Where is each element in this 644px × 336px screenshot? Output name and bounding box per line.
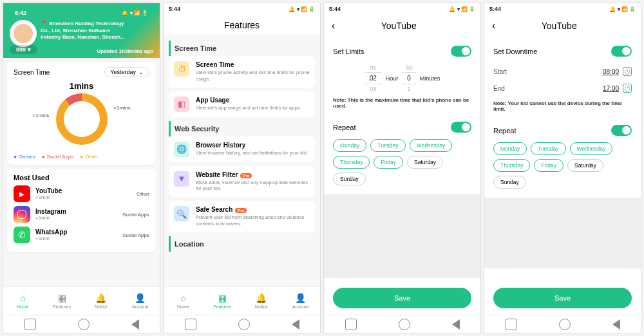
note: Note: This is the maximum time that kid'…	[333, 97, 471, 109]
user-icon: 👤	[295, 293, 306, 303]
days-selector: Monday Tuesday Wednesday Thursday Friday…	[493, 142, 632, 189]
most-used-card: Most Used YouTube<1min Other Instagram<1…	[7, 169, 156, 252]
note: Note: Your kid cannot use the device dur…	[493, 100, 632, 112]
feature-app-usage[interactable]: ◧ App UsageView kid's app usage and set …	[169, 91, 315, 117]
repeat-label: Repeat	[333, 124, 355, 131]
user-icon: 👤	[135, 293, 146, 303]
tab-account[interactable]: 👤Account	[281, 287, 320, 315]
feature-screen-time[interactable]: ⏱ Screen TimeView kid's phone activity a…	[169, 56, 315, 88]
whatsapp-icon	[14, 227, 30, 243]
save-button[interactable]: Save	[493, 288, 632, 308]
status-icons: 🔔 ▾ 📶 🔋	[122, 10, 148, 16]
chevron-down-icon: ⌄	[138, 69, 144, 75]
recents-button[interactable]	[185, 319, 196, 330]
day-pill[interactable]: Sunday	[333, 173, 366, 185]
section-location: Location	[169, 236, 315, 252]
android-nav	[3, 315, 160, 333]
home-button[interactable]	[78, 319, 90, 330]
day-pill[interactable]: Monday	[493, 142, 527, 155]
app-row[interactable]: YouTube<1min Other	[14, 185, 149, 202]
child-name-pill[interactable]: 899 ▾	[10, 45, 37, 54]
location-block[interactable]: 📍 Shenzhen Huiding Technology Co., Ltd, …	[41, 20, 125, 47]
recents-button[interactable]	[506, 319, 517, 330]
youtube-icon	[14, 185, 30, 202]
day-pill[interactable]: Monday	[333, 139, 366, 152]
end-row[interactable]: End 17:00	[493, 80, 632, 97]
screen-time-label: Screen Time	[14, 69, 50, 76]
set-limits-toggle[interactable]	[451, 46, 471, 57]
tab-notice[interactable]: 🔔Notice	[82, 287, 121, 315]
tab-home[interactable]: ⌂Home	[3, 287, 43, 315]
repeat-toggle[interactable]	[451, 122, 471, 133]
filter-icon: ▼	[174, 171, 189, 187]
day-pill[interactable]: Sunday	[493, 176, 526, 189]
app-row[interactable]: WhatsApp<1min Social Apps	[14, 227, 149, 243]
donut-chart	[56, 93, 108, 145]
features-screen: 5:44🔔 ▾ 📶 🔋 Features Screen Time ⏱ Scree…	[163, 3, 321, 333]
tab-notice[interactable]: 🔔Notice	[242, 287, 281, 315]
feature-website-filter[interactable]: ▼ Website FilterProBlock adult, violence…	[169, 166, 315, 198]
instagram-icon	[14, 206, 30, 223]
empty-area	[324, 194, 480, 278]
home-icon: ⌂	[180, 293, 185, 303]
day-pill[interactable]: Tuesday	[531, 142, 565, 155]
feature-safe-search[interactable]: 🔍 Safe SearchProPrevent your kid from se…	[169, 201, 315, 232]
tab-features[interactable]: ▦Features	[43, 287, 82, 315]
home-button[interactable]	[399, 319, 410, 330]
app-row[interactable]: Instagram<1min Social Apps	[14, 206, 149, 223]
total-time: 1mins	[14, 81, 149, 91]
day-pill[interactable]: Thursday	[493, 159, 530, 172]
repeat-label: Repeat	[493, 127, 516, 135]
home-button[interactable]	[559, 319, 571, 330]
save-button[interactable]: Save	[333, 288, 471, 308]
globe-icon: 🌐	[174, 142, 189, 157]
start-row[interactable]: Start 08:00	[493, 63, 632, 80]
status-bar: 6:42 🔔 ▾ 📶 🔋	[10, 7, 153, 19]
day-pill[interactable]: Friday	[534, 159, 564, 172]
recents-button[interactable]	[24, 319, 36, 330]
empty-area	[484, 198, 641, 268]
day-pill[interactable]: Thursday	[333, 156, 370, 169]
back-button[interactable]	[452, 319, 460, 330]
status-bar: 5:44🔔 ▾ 📶 🔋	[164, 3, 320, 15]
back-button[interactable]	[131, 319, 139, 330]
home-icon: ⌂	[20, 293, 25, 303]
time-picker[interactable]: 010203 Hour 5901 Minutes	[333, 64, 471, 92]
bell-icon: 🔔	[95, 293, 106, 303]
period-dropdown[interactable]: Yesterday⌄	[104, 67, 149, 77]
days-selector: Monday Tuesday Wednesday Thursday Friday…	[333, 139, 471, 185]
grid-icon: ▦	[218, 293, 227, 303]
day-pill[interactable]: Wednesday	[570, 142, 613, 155]
section-web-security: Web Security	[169, 121, 315, 136]
day-pill[interactable]: Tuesday	[370, 139, 405, 152]
tab-features[interactable]: ▦Features	[203, 287, 242, 315]
tab-account[interactable]: 👤Account	[120, 287, 160, 315]
feature-browser-history[interactable]: 🌐 Browser HistoryView browser history, a…	[169, 136, 315, 162]
day-pill[interactable]: Wednesday	[410, 139, 453, 152]
home-button[interactable]	[238, 319, 250, 330]
day-pill[interactable]: Saturday	[567, 159, 603, 172]
set-downtime-label: Set Downtime	[493, 48, 537, 55]
apps-icon: ◧	[174, 97, 189, 112]
back-button[interactable]	[292, 319, 299, 330]
bottom-tabs: ⌂Home ▦Features 🔔Notice 👤Account	[3, 286, 160, 315]
day-pill[interactable]: Saturday	[407, 156, 443, 169]
page-title: YouTube	[335, 21, 462, 31]
pro-badge: Pro	[235, 208, 247, 213]
home-screen: 6:42 🔔 ▾ 📶 🔋 📍 Shenzhen Huiding Technolo…	[3, 3, 160, 333]
back-button[interactable]	[612, 319, 620, 330]
clock-icon	[623, 67, 632, 76]
set-downtime-toggle[interactable]	[611, 46, 632, 57]
day-pill[interactable]: Friday	[374, 156, 403, 169]
tab-home[interactable]: ⌂Home	[164, 287, 203, 315]
avatar[interactable]	[10, 20, 37, 47]
bell-icon: 🔔	[256, 293, 267, 303]
clock-icon: ⏱	[174, 61, 189, 77]
bottom-tabs: ⌂Home ▦Features 🔔Notice 👤Account	[164, 286, 320, 315]
most-used-label: Most Used	[14, 174, 149, 182]
repeat-toggle[interactable]	[611, 125, 632, 136]
recents-button[interactable]	[345, 319, 357, 330]
legend: Games Social Apps Other	[14, 154, 149, 160]
status-time: 6:42	[15, 10, 26, 16]
screen-time-card[interactable]: Screen Time Yesterday⌄ 1mins <1mins <1mi…	[7, 62, 156, 165]
